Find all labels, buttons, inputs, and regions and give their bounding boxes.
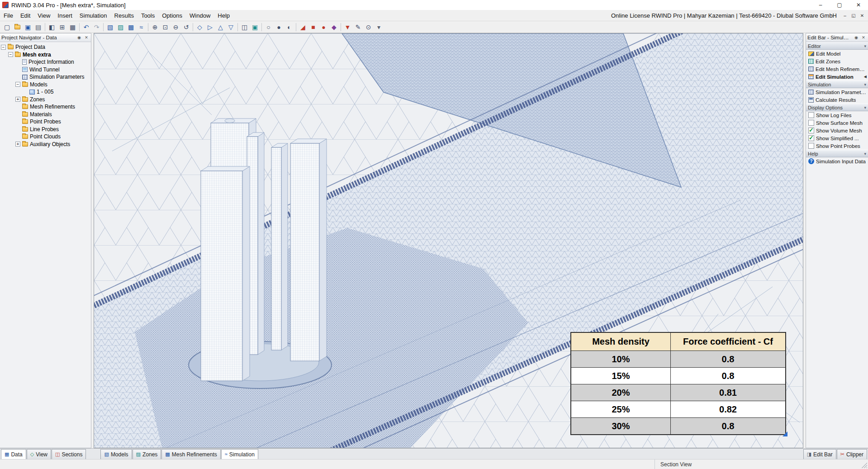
pin-icon[interactable]: ◉ — [76, 34, 82, 41]
new-model-button[interactable]: ▧ — [105, 22, 115, 32]
results-table-overlay[interactable]: Mesh density Force coefficient - Cf 10%0… — [571, 332, 786, 435]
section-header-simulation[interactable]: Simulation▾ — [806, 81, 868, 88]
tree-item-point-clouds[interactable]: Point Clouds — [0, 133, 91, 141]
print-button[interactable]: ▤ — [33, 22, 43, 32]
new-zone-button[interactable]: ▨ — [115, 22, 126, 32]
section-header-editor[interactable]: Editor▾ — [806, 42, 868, 50]
mdi-restore-button[interactable]: ◱ — [850, 12, 857, 19]
menu-view[interactable]: View — [34, 10, 54, 21]
tab-clipper[interactable]: ✂Clipper — [837, 449, 867, 459]
pin-icon[interactable]: ◉ — [853, 34, 859, 41]
checkbox-show-simplified[interactable] — [808, 135, 814, 141]
section-header-display-options[interactable]: Display Options▾ — [806, 104, 868, 111]
tab-data[interactable]: ▦Data — [1, 449, 26, 459]
record-animation-button[interactable]: ● — [318, 22, 329, 32]
viewport-3d[interactable]: Mesh density Force coefficient - Cf 10%0… — [94, 33, 803, 448]
zoom-window-button[interactable]: ⊡ — [160, 22, 171, 32]
new-project-button[interactable]: ▢ — [2, 22, 12, 32]
filter-button[interactable]: ▼ — [342, 22, 353, 32]
shaded-display-button[interactable]: ● — [274, 22, 284, 32]
section-header-help[interactable]: Help▾ — [806, 150, 868, 157]
more-tools-button[interactable]: ▾ — [374, 22, 384, 32]
isometric-view-button[interactable]: ◇ — [194, 22, 205, 32]
menu-results[interactable]: Results — [111, 10, 138, 21]
previous-view-button[interactable]: ↺ — [181, 22, 191, 32]
menu-edit[interactable]: Edit — [17, 10, 34, 21]
tab-simulation[interactable]: ≈Simulation — [221, 449, 258, 459]
measure-button[interactable]: ✎ — [353, 22, 363, 32]
wind-profile-button[interactable]: ≈ — [136, 22, 147, 32]
show-results-button[interactable]: ◆ — [329, 22, 339, 32]
wireframe-display-button[interactable]: ○ — [263, 22, 274, 32]
display-option-show-surface-mesh[interactable]: Show Surface Mesh — [806, 119, 868, 127]
tree-expander-project-data[interactable]: − — [1, 45, 6, 50]
settings-button[interactable]: ⊙ — [363, 22, 374, 32]
maximize-button[interactable]: ▢ — [830, 0, 849, 10]
editbar-item-edit-zones[interactable]: Edit Zones — [806, 57, 868, 65]
checkbox-show-log-files[interactable] — [808, 112, 814, 118]
view-y-button[interactable]: △ — [215, 22, 226, 32]
editbar-item-edit-mesh-refinements[interactable]: Edit Mesh Refinements — [806, 65, 868, 73]
tree-item-line-probes[interactable]: Line Probes — [0, 126, 91, 133]
display-option-show-point-probes[interactable]: Show Point Probes — [806, 142, 868, 150]
tree-item-wind-tunnel[interactable]: Wind Tunnel — [0, 66, 91, 74]
close-icon[interactable]: ✕ — [83, 34, 90, 41]
minimize-button[interactable]: – — [811, 0, 830, 10]
menu-window[interactable]: Window — [186, 10, 214, 21]
editbar-item-edit-simulation[interactable]: Edit Simulation◀ — [806, 73, 868, 81]
menu-insert[interactable]: Insert — [54, 10, 76, 21]
menu-help[interactable]: Help — [214, 10, 233, 21]
display-option-show-volume-mesh[interactable]: Show Volume Mesh — [806, 127, 868, 134]
tree-item-simulation-parameters[interactable]: Simulation Parameters — [0, 73, 91, 81]
tree-expander-mesh-extra[interactable]: − — [8, 52, 13, 57]
menu-file[interactable]: File — [0, 10, 17, 21]
tree-item-point-probes[interactable]: Point Probes — [0, 118, 91, 126]
show-navigator-button[interactable]: ◧ — [47, 22, 57, 32]
editbar-item-edit-model[interactable]: Edit Model — [806, 50, 868, 57]
clipping-plane-button[interactable]: ◫ — [239, 22, 250, 32]
editbar-item-calculate-results[interactable]: Calculate Results — [806, 96, 868, 104]
show-tables-button[interactable]: ⊞ — [57, 22, 67, 32]
tree-expander-zones[interactable]: + — [15, 97, 20, 102]
tab-view[interactable]: ◇View — [27, 449, 51, 459]
tree-item-models[interactable]: −Models — [0, 81, 91, 89]
close-icon[interactable]: ✕ — [860, 34, 867, 41]
undo-button[interactable]: ↶ — [81, 22, 91, 32]
tree-item-project-information[interactable]: Project Information — [0, 58, 91, 66]
table-resize-handle[interactable] — [783, 431, 787, 436]
redo-button[interactable]: ↷ — [91, 22, 102, 32]
tree-expander-models[interactable]: − — [15, 82, 20, 87]
checkbox-show-point-probes[interactable] — [808, 143, 814, 149]
tree-item-mesh-extra[interactable]: −Mesh extra — [0, 51, 91, 59]
mdi-minimize-button[interactable]: – — [841, 12, 849, 19]
editbar-item-simulation-input-data[interactable]: Simulation Input Data — [806, 157, 868, 165]
new-mesh-refinement-button[interactable]: ▩ — [126, 22, 136, 32]
checkbox-show-volume-mesh[interactable] — [808, 128, 814, 133]
tree-item-auxiliary-objects[interactable]: +Auxiliary Objects — [0, 141, 91, 148]
tree-item-1-005[interactable]: 1 - 005 — [0, 88, 91, 96]
tab-models[interactable]: ▧Models — [100, 449, 132, 459]
display-option-show-simplified[interactable]: Show Simplified ... — [806, 134, 868, 142]
hidden-line-display-button[interactable]: ◐ — [284, 22, 294, 32]
tab-mesh-refinements[interactable]: ▩Mesh Refinements — [161, 449, 220, 459]
zoom-out-button[interactable]: ⊖ — [171, 22, 181, 32]
resize-grip[interactable] — [861, 462, 867, 468]
tree-item-materials[interactable]: Materials — [0, 111, 91, 118]
tab-edit-bar[interactable]: ◨Edit Bar — [803, 449, 836, 459]
view-z-button[interactable]: ▽ — [226, 22, 236, 32]
menu-simulation[interactable]: Simulation — [76, 10, 111, 21]
view-x-button[interactable]: ▷ — [205, 22, 215, 32]
display-option-show-log-files[interactable]: Show Log Files — [806, 111, 868, 119]
tree-item-project-data[interactable]: −Project Data — [0, 43, 91, 51]
checkbox-show-surface-mesh[interactable] — [808, 120, 814, 126]
tree-item-zones[interactable]: +Zones — [0, 96, 91, 104]
tab-zones[interactable]: ▨Zones — [133, 449, 161, 459]
section-box-button[interactable]: ▣ — [250, 22, 260, 32]
menu-options[interactable]: Options — [158, 10, 186, 21]
menu-tools[interactable]: Tools — [138, 10, 158, 21]
open-project-button[interactable] — [12, 22, 23, 32]
save-project-button[interactable]: ▣ — [23, 22, 33, 32]
stop-calculation-button[interactable]: ■ — [308, 22, 318, 32]
show-grid-button[interactable]: ▦ — [67, 22, 78, 32]
delete-results-button[interactable]: ◢ — [298, 22, 308, 32]
